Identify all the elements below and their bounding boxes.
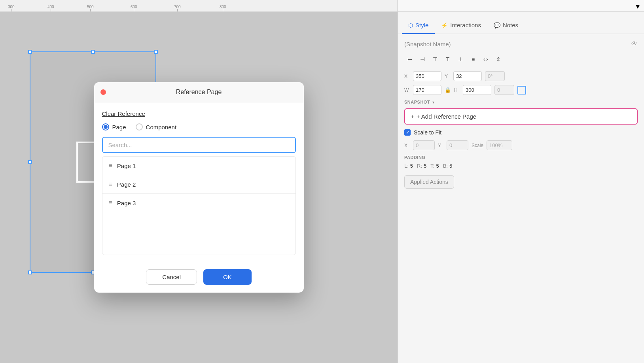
page-list: ≡ Page 1 ≡ Page 2 ≡ Page 3 <box>102 156 296 255</box>
clear-reference-link[interactable]: Clear Reference <box>102 110 145 117</box>
ruler-mark-300: 300 <box>8 5 15 11</box>
pad-l-key: L: <box>404 163 409 169</box>
align-bottom-btn[interactable]: ≡ <box>468 54 479 65</box>
page-item-1[interactable]: ≡ Page 1 <box>102 157 295 175</box>
corner-input[interactable] <box>494 85 514 95</box>
square-icon[interactable] <box>517 86 526 95</box>
snapshot-section-label: SNAPSHOT <box>404 100 430 104</box>
radio-page-dot <box>104 125 108 129</box>
pad-t-val: 5 <box>436 163 439 169</box>
radio-page-label: Page <box>112 124 126 130</box>
eye-icon[interactable]: 👁 <box>631 40 638 47</box>
snapshot-chevron-icon[interactable]: ▾ <box>432 100 434 104</box>
pad-r-item: R: 5 <box>417 163 426 169</box>
reference-page-dialog: Reference Page Clear Reference Page <box>94 82 304 293</box>
notes-tab-label: Notes <box>503 22 518 28</box>
pad-b-key: B: <box>443 163 448 169</box>
w-input[interactable] <box>413 85 441 95</box>
radio-component-circle[interactable] <box>136 123 143 130</box>
notes-tab-icon: 💬 <box>494 22 500 28</box>
x-label: X <box>404 74 410 79</box>
canvas: Reference Page Clear Reference Page <box>0 12 398 363</box>
radio-component-label: Component <box>146 124 177 130</box>
pad-l-val: 5 <box>410 163 413 169</box>
coord-y-label: Y <box>438 143 443 148</box>
ruler-right <box>398 0 644 11</box>
pad-t-item: T: 5 <box>430 163 439 169</box>
scale-to-fit-row: ✓ Scale to Fit <box>404 129 638 136</box>
radio-page[interactable]: Page <box>102 123 126 130</box>
search-input[interactable] <box>103 138 295 152</box>
dialog-title: Reference Page <box>176 89 222 96</box>
h-label: H <box>454 87 460 93</box>
page-icon-3: ≡ <box>109 199 112 206</box>
search-container <box>102 137 296 153</box>
cancel-button[interactable]: Cancel <box>146 269 197 285</box>
tab-style[interactable]: ⬡ Style <box>402 17 435 34</box>
style-tab-icon: ⬡ <box>408 22 413 28</box>
y-input[interactable] <box>453 71 482 81</box>
xy-prop-row: X Y <box>404 71 638 81</box>
pad-t-key: T: <box>430 163 434 169</box>
rotate-input[interactable] <box>485 71 505 81</box>
scale-input[interactable] <box>487 140 512 150</box>
align-right-btn[interactable]: ⊤ <box>430 54 441 65</box>
radio-row: Page Component <box>102 123 296 130</box>
pad-b-item: B: 5 <box>443 163 453 169</box>
pad-r-val: 5 <box>424 163 426 169</box>
add-reference-page-button[interactable]: + + Add Reference Page <box>404 108 638 125</box>
scale-to-fit-label: Scale to Fit <box>414 129 441 136</box>
add-ref-plus-icon: + <box>411 113 414 120</box>
distribute-h-btn[interactable]: ⇔ <box>480 54 491 65</box>
ruler-mark-500: 500 <box>87 5 94 11</box>
page-item-3[interactable]: ≡ Page 3 <box>102 194 295 212</box>
ok-button[interactable]: OK <box>203 269 252 285</box>
dialog-close-button[interactable] <box>100 89 106 95</box>
align-top-btn[interactable]: T <box>442 54 453 65</box>
ruler-mark-700: 700 <box>174 5 181 11</box>
ruler-mark-400: 400 <box>47 5 54 11</box>
align-center-v-btn[interactable]: ⊥ <box>455 54 466 65</box>
applied-actions-button[interactable]: Applied Actions <box>404 175 454 189</box>
ruler-mark-800: 800 <box>220 5 226 11</box>
distribute-v-btn[interactable]: ⇕ <box>493 54 504 65</box>
add-ref-label: + Add Reference Page <box>417 113 476 120</box>
radio-component[interactable]: Component <box>136 123 177 130</box>
radio-page-circle[interactable] <box>102 123 109 130</box>
scale-to-fit-checkbox[interactable]: ✓ <box>404 129 411 136</box>
ruler-bar: 300 400 500 600 700 800 <box>0 0 644 12</box>
tab-interactions[interactable]: ⚡ Interactions <box>435 17 487 34</box>
coord-y-input[interactable] <box>447 140 468 150</box>
h-input[interactable] <box>463 85 491 95</box>
right-panel: ⬡ Style ⚡ Interactions 💬 Notes (Snapshot… <box>398 12 644 363</box>
page-label-1: Page 1 <box>117 163 136 169</box>
padding-section-label: PADDING <box>404 155 638 160</box>
dialog-overlay: Reference Page Clear Reference Page <box>0 12 398 363</box>
ruler-marks: 300 400 500 600 700 800 <box>0 0 397 11</box>
align-center-h-btn[interactable]: ⊣ <box>417 54 428 65</box>
coord-x-input[interactable] <box>413 140 435 150</box>
page-label-2: Page 2 <box>117 181 136 188</box>
panel-content: (Snapshot Name) 👁 ⊢ ⊣ ⊤ T ⊥ ≡ ⇔ ⇕ X Y <box>398 34 644 363</box>
dialog-body: Clear Reference Page Component <box>94 102 304 263</box>
tab-notes[interactable]: 💬 Notes <box>487 17 525 34</box>
xy-scale-row: X Y Scale <box>404 140 638 150</box>
page-item-2[interactable]: ≡ Page 2 <box>102 175 295 194</box>
main-area: Reference Page Clear Reference Page <box>0 12 644 363</box>
dialog-titlebar: Reference Page <box>94 82 304 102</box>
y-label: Y <box>445 74 450 79</box>
page-icon-2: ≡ <box>109 181 112 188</box>
x-input[interactable] <box>413 71 441 81</box>
align-left-btn[interactable]: ⊢ <box>404 54 415 65</box>
padding-row: L: 5 R: 5 T: 5 B: 5 <box>404 163 638 169</box>
page-icon-1: ≡ <box>109 162 112 169</box>
pad-r-key: R: <box>417 163 422 169</box>
dialog-footer: Cancel OK <box>94 263 304 293</box>
pad-b-val: 5 <box>449 163 452 169</box>
panel-tabs: ⬡ Style ⚡ Interactions 💬 Notes <box>398 12 644 34</box>
interactions-tab-icon: ⚡ <box>441 22 448 28</box>
ruler-dropdown-icon[interactable]: ▼ <box>635 3 641 10</box>
interactions-tab-label: Interactions <box>450 22 481 28</box>
align-row: ⊢ ⊣ ⊤ T ⊥ ≡ ⇔ ⇕ <box>404 54 638 65</box>
scale-label: Scale <box>472 143 483 148</box>
